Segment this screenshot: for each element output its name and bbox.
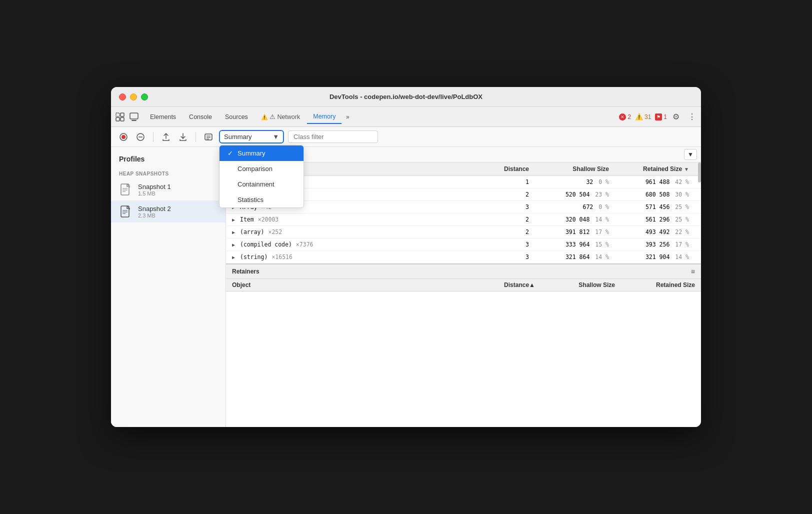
flag-badge[interactable]: ⚑ 1	[655, 114, 667, 120]
td-constructor-4: ▶ (array) ×252	[226, 226, 485, 238]
tab-console[interactable]: Console	[183, 110, 218, 124]
snapshot-1-size: 1.5 MB	[138, 190, 171, 196]
minimize-button[interactable]	[130, 94, 137, 100]
td-shallow-1: 520 504 23 %	[535, 188, 615, 200]
class-filter-input[interactable]	[288, 130, 378, 143]
window-title: DevTools - codepen.io/web-dot-dev/live/P…	[330, 93, 482, 100]
retainers-section: Retainers ≡ Object Distance▲ Shallow Siz…	[226, 264, 701, 332]
dropdown-item-summary[interactable]: ✓ Summary	[220, 146, 304, 161]
error-count: 2	[628, 114, 631, 120]
scrollbar-thumb[interactable]	[698, 162, 701, 182]
snapshot-2-size: 2.3 MB	[138, 212, 171, 218]
maximize-button[interactable]	[141, 94, 148, 100]
rth-object[interactable]: Object	[226, 279, 491, 291]
retainers-table-header: Object Distance▲ Shallow Size Retained S…	[226, 279, 701, 292]
expand-icon-3[interactable]: ▶	[232, 217, 238, 222]
td-distance-3: 2	[485, 214, 535, 226]
retainers-menu-icon[interactable]: ≡	[691, 268, 695, 276]
tab-sources[interactable]: Sources	[219, 110, 254, 124]
table-row[interactable]: ▶ Item ×20003 2 320 048 14 % 561 296 25 …	[226, 214, 701, 226]
svg-rect-1	[120, 113, 124, 116]
sort-arrow-icon: ▼	[684, 166, 689, 172]
cursor-icon[interactable]	[115, 112, 125, 122]
snapshot-1-info: Snapshot 1 1.5 MB	[138, 183, 171, 196]
traffic-lights	[119, 94, 148, 100]
devtools-window: DevTools - codepen.io/web-dot-dev/live/P…	[111, 87, 701, 427]
tab-elements[interactable]: Elements	[144, 110, 182, 124]
rth-shallow-size[interactable]: Shallow Size	[541, 279, 621, 291]
td-shallow-5: 333 964 15 %	[535, 238, 615, 250]
td-shallow-3: 320 048 14 %	[535, 214, 615, 226]
tabbar: Elements Console Sources ⚠ Network Memor…	[111, 107, 701, 127]
expand-icon-6[interactable]: ▶	[232, 254, 238, 260]
warning-icon: ⚠️	[635, 113, 643, 120]
upload-button[interactable]	[160, 130, 172, 144]
more-tabs-icon[interactable]: »	[342, 112, 352, 122]
record-button[interactable]	[117, 130, 130, 144]
td-retained-1: 680 508 30 %	[615, 188, 695, 200]
snapshot-2-name: Snapshot 2	[138, 205, 171, 212]
more-options-icon[interactable]: ⋮	[687, 112, 697, 122]
rth-retained-size[interactable]: Retained Size	[621, 279, 701, 291]
summary-dropdown[interactable]: Summary ▼	[219, 130, 284, 144]
summary-dropdown-wrapper: Summary ▼ ✓ Summary Comparison Containme…	[219, 130, 284, 144]
filter-dropdown[interactable]: ▼	[684, 149, 697, 160]
expand-icon-4[interactable]: ▶	[232, 230, 238, 235]
snapshot-1[interactable]: Snapshot 1 1.5 MB	[111, 178, 226, 200]
td-constructor-5: ▶ (compiled code) ×7376	[226, 238, 485, 250]
error-badge[interactable]: ✕ 2	[619, 114, 631, 120]
settings-icon[interactable]: ⚙	[671, 112, 681, 122]
retainers-body	[226, 292, 701, 332]
tab-badges: ✕ 2 ⚠️ 31 ⚑ 1 ⚙ ⋮	[619, 112, 697, 122]
td-distance-5: 3	[485, 238, 535, 250]
tab-memory[interactable]: Memory	[307, 110, 342, 124]
th-shallow-size[interactable]: Shallow Size	[535, 162, 615, 176]
retainers-header: Retainers ≡	[226, 264, 701, 279]
scrollbar-area	[695, 162, 701, 176]
warning-badge[interactable]: ⚠️ 31	[635, 113, 651, 120]
svg-rect-2	[116, 118, 120, 121]
dropdown-item-statistics[interactable]: Statistics	[220, 192, 304, 208]
titlebar: DevTools - codepen.io/web-dot-dev/live/P…	[111, 87, 701, 107]
table-row[interactable]: ▶ (string) ×16516 3 321 864 14 % 321 904…	[226, 251, 701, 264]
checkmark-icon: ✓	[226, 150, 234, 157]
td-distance-2: 3	[485, 201, 535, 213]
download-button[interactable]	[176, 130, 190, 144]
td-shallow-0: 32 0 %	[535, 176, 615, 188]
main-content: Profiles HEAP SNAPSHOTS Snapshot 1 1.5 M	[111, 147, 701, 427]
snapshot-icon-1	[119, 182, 133, 196]
dropdown-menu: ✓ Summary Comparison Containment Statist…	[219, 145, 304, 208]
clear-button[interactable]	[134, 130, 147, 144]
rth-distance[interactable]: Distance▲	[491, 279, 541, 291]
svg-rect-14	[121, 184, 129, 195]
svg-rect-5	[132, 120, 136, 121]
flag-count: 1	[664, 114, 667, 120]
td-distance-0: 1	[485, 176, 535, 188]
divider-2	[196, 132, 196, 142]
th-distance[interactable]: Distance	[485, 162, 535, 176]
expand-icon-5[interactable]: ▶	[232, 242, 238, 248]
td-shallow-4: 391 812 17 %	[535, 226, 615, 238]
snapshot-2[interactable]: Snapshot 2 2.3 MB	[111, 200, 226, 222]
table-row[interactable]: ▶ (compiled code) ×7376 3 333 964 15 % 3…	[226, 238, 701, 251]
error-icon: ✕	[619, 114, 626, 120]
table-row[interactable]: ▶ (array) ×252 2 391 812 17 % 493 492 22…	[226, 226, 701, 238]
flag-icon: ⚑	[655, 114, 662, 120]
td-constructor-6: ▶ (string) ×16516	[226, 251, 485, 263]
snapshot-button[interactable]	[202, 130, 215, 144]
tab-network[interactable]: ⚠ Network	[255, 110, 306, 124]
retainers-title: Retainers	[232, 268, 260, 275]
td-retained-3: 561 296 25 %	[615, 214, 695, 226]
inspect-icon[interactable]	[129, 112, 139, 122]
td-distance-1: 2	[485, 188, 535, 200]
snapshot-icon-2	[119, 204, 133, 218]
dropdown-item-comparison[interactable]: Comparison	[220, 161, 304, 176]
sidebar-title: Profiles	[111, 153, 226, 167]
snapshot-1-name: Snapshot 1	[138, 183, 171, 190]
dropdown-item-containment[interactable]: Containment	[220, 176, 304, 192]
sidebar: Profiles HEAP SNAPSHOTS Snapshot 1 1.5 M	[111, 147, 226, 427]
filter-dropdown-label: ▼	[688, 151, 694, 158]
td-distance-4: 2	[485, 226, 535, 238]
th-retained-size[interactable]: Retained Size ▼	[615, 162, 695, 176]
close-button[interactable]	[119, 94, 126, 100]
